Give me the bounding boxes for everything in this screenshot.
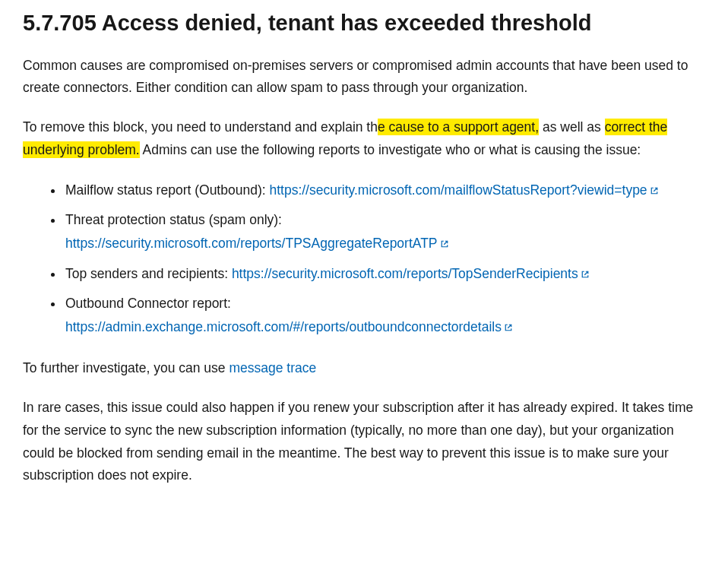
section-heading: 5.7.705 Access denied, tenant has exceed… (23, 9, 705, 38)
list-item: Outbound Connector report: https://admin… (64, 292, 705, 339)
report-label: Outbound Connector report: (65, 296, 231, 311)
mailflow-status-link[interactable]: https://security.microsoft.com/mailflowS… (269, 182, 658, 198)
message-trace-link[interactable]: message trace (229, 360, 316, 375)
paragraph-subscription: In rare cases, this issue could also hap… (23, 397, 705, 487)
text: as well as (539, 119, 605, 135)
list-item: Threat protection status (spam only): ht… (64, 208, 705, 255)
external-link-icon (650, 179, 659, 203)
external-link-icon (504, 316, 513, 340)
external-link-icon (440, 233, 449, 256)
list-item: Mailflow status report (Outbound): https… (64, 179, 705, 203)
paragraph-remediation: To remove this block, you need to unders… (23, 116, 705, 162)
report-list: Mailflow status report (Outbound): https… (23, 179, 705, 340)
article: 5.7.705 Access denied, tenant has exceed… (0, 0, 728, 527)
threat-protection-link[interactable]: https://security.microsoft.com/reports/T… (65, 236, 449, 251)
report-label: Mailflow status report (Outbound): (65, 182, 269, 198)
text: Admins can use the following reports to … (140, 142, 641, 157)
list-item: Top senders and recipients: https://secu… (64, 262, 705, 287)
report-label: Threat protection status (spam only): (65, 212, 282, 227)
top-senders-link[interactable]: https://security.microsoft.com/reports/T… (232, 266, 590, 281)
report-label: Top senders and recipients: (65, 266, 232, 281)
external-link-icon (581, 263, 590, 287)
paragraph-causes: Common causes are compromised on-premise… (23, 55, 705, 100)
paragraph-investigate: To further investigate, you can use mess… (23, 357, 705, 380)
highlight-support-agent: e cause to a support agent, (378, 119, 539, 135)
outbound-connector-link[interactable]: https://admin.exchange.microsoft.com/#/r… (65, 319, 513, 334)
text: To remove this block, you need to unders… (23, 119, 378, 135)
text: To further investigate, you can use (23, 360, 229, 375)
